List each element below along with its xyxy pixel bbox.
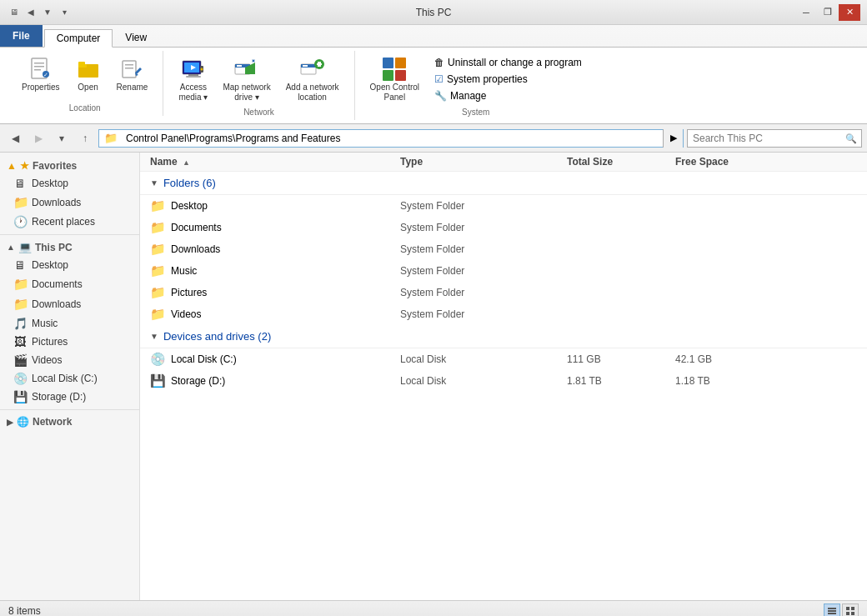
folder-icon-desktop: 📁 — [150, 198, 166, 213]
open-control-panel-button[interactable]: Open ControlPanel — [365, 54, 424, 104]
sidebar-item-videos[interactable]: 🎬 Videos — [0, 351, 139, 369]
sidebar-header-thispc[interactable]: ▲ 💻 This PC — [0, 238, 139, 256]
svg-point-18 — [200, 68, 203, 71]
details-view-button[interactable] — [824, 603, 840, 617]
search-input[interactable] — [687, 129, 862, 148]
svg-rect-36 — [846, 607, 849, 610]
tab-computer[interactable]: Computer — [44, 29, 113, 48]
file-free-local-disk-c: 42.1 GB — [675, 353, 784, 365]
open-button[interactable]: Open — [70, 54, 107, 100]
forward-button[interactable]: ▶ — [28, 128, 48, 148]
close-button[interactable]: ✕ — [839, 4, 860, 21]
system-small-items: 🗑 Uninstall or change a program ☑ System… — [429, 54, 587, 104]
col-header-total[interactable]: Total Size — [567, 156, 675, 168]
status-bar: 8 items — [0, 600, 867, 616]
drives-section-header[interactable]: ▼ Devices and drives (2) — [140, 325, 867, 348]
folders-section-header[interactable]: ▼ Folders (6) — [140, 172, 867, 195]
map-network-button[interactable]: Map networkdrive ▾ — [218, 54, 275, 104]
large-icons-view-button[interactable] — [842, 603, 859, 617]
address-input[interactable] — [123, 130, 663, 147]
properties-button[interactable]: ✓ Properties — [17, 54, 65, 100]
sidebar-item-storage-d[interactable]: 💾 Storage (D:) — [0, 388, 139, 406]
col-name-label: Name — [150, 156, 178, 168]
documents-icon: 📁 — [13, 277, 27, 292]
col-header-type[interactable]: Type — [400, 156, 567, 168]
restore-button[interactable]: ❐ — [817, 4, 839, 21]
ribbon-tabs: File Computer View — [0, 25, 867, 47]
table-row[interactable]: 📁 Videos System Folder — [140, 303, 867, 325]
column-headers: Name ▲ Type Total Size Free Space — [140, 153, 867, 172]
sidebar-item-desktop2[interactable]: 🖥 Desktop — [0, 256, 139, 274]
sidebar-header-favorites[interactable]: ▲ ★ Favorites — [0, 158, 139, 174]
downloads2-icon: 📁 — [13, 297, 27, 312]
tab-file[interactable]: File — [0, 25, 43, 47]
sidebar-item-pictures[interactable]: 🖼 Pictures — [0, 333, 139, 351]
svg-rect-9 — [123, 61, 136, 78]
tab-view[interactable]: View — [113, 28, 159, 47]
sidebar-item-downloads[interactable]: 📁 Downloads — [0, 193, 139, 213]
sidebar-item-music[interactable]: 🎵 Music — [0, 314, 139, 333]
recent-label: Recent places — [32, 216, 95, 228]
file-label-music: Music — [171, 265, 197, 277]
file-type-music: System Folder — [400, 265, 567, 277]
uninstall-button[interactable]: 🗑 Uninstall or change a program — [429, 55, 587, 70]
quick-forward[interactable]: ▼ — [40, 5, 55, 20]
ribbon-system-items: Open ControlPanel 🗑 Uninstall or change … — [365, 54, 587, 104]
map-network-icon — [233, 56, 260, 83]
svg-rect-28 — [317, 63, 322, 65]
address-folder-icon: 📁 — [99, 132, 123, 144]
network-expand-icon: ▶ — [7, 418, 13, 427]
folders-chevron: ▼ — [150, 178, 158, 188]
sidebar-section-thispc: ▲ 💻 This PC 🖥 Desktop 📁 Documents 📁 Down… — [0, 238, 139, 406]
window-title: This PC — [72, 7, 795, 18]
ribbon-content: ✓ Properties Open — [0, 47, 867, 123]
file-type-videos: System Folder — [400, 308, 567, 320]
table-row[interactable]: 📁 Downloads System Folder — [140, 238, 867, 260]
rename-button[interactable]: Rename — [112, 54, 153, 100]
app-icon: 🖥 — [7, 5, 22, 20]
file-total-storage-d: 1.81 TB — [567, 375, 675, 387]
access-media-label: Accessmedia ▾ — [178, 83, 208, 103]
address-go-button[interactable]: ▶ — [663, 129, 683, 148]
up-button[interactable]: ↑ — [75, 128, 95, 148]
table-row[interactable]: 📁 Pictures System Folder — [140, 282, 867, 303]
back-button[interactable]: ◀ — [5, 128, 25, 148]
system-props-button[interactable]: ☑ System properties — [429, 72, 587, 87]
svg-rect-8 — [78, 62, 85, 66]
properties-icon: ✓ — [28, 56, 54, 83]
sidebar-item-downloads2[interactable]: 📁 Downloads — [0, 294, 139, 314]
sidebar-item-documents[interactable]: 📁 Documents — [0, 274, 139, 294]
table-row[interactable]: 💿 Local Disk (C:) Local Disk 111 GB 42.1… — [140, 348, 867, 370]
table-row[interactable]: 💾 Storage (D:) Local Disk 1.81 TB 1.18 T… — [140, 370, 867, 392]
add-network-button[interactable]: Add a networklocation — [281, 54, 344, 104]
search-wrapper: 🔍 — [687, 129, 862, 148]
col-header-name[interactable]: Name ▲ — [150, 156, 400, 168]
table-row[interactable]: 📁 Desktop System Folder — [140, 195, 867, 217]
ribbon-location-items: ✓ Properties Open — [17, 54, 153, 100]
recent-button[interactable]: ▾ — [52, 128, 72, 148]
sidebar-header-network[interactable]: ▶ 🌐 Network — [0, 413, 139, 430]
recent-icon: 🕐 — [13, 215, 27, 228]
svg-rect-1 — [34, 63, 44, 64]
quick-dropdown[interactable]: ▾ — [57, 5, 72, 20]
file-type-desktop: System Folder — [400, 200, 567, 212]
star-icon: ★ — [20, 160, 29, 172]
access-media-icon — [180, 56, 207, 83]
map-network-label: Map networkdrive ▾ — [223, 83, 270, 103]
quick-back[interactable]: ◀ — [23, 5, 38, 20]
manage-button[interactable]: 🔧 Manage — [429, 88, 587, 103]
file-name-downloads: 📁 Downloads — [150, 242, 400, 257]
sidebar-item-local-disk-c[interactable]: 💿 Local Disk (C:) — [0, 369, 139, 388]
access-media-button[interactable]: Accessmedia ▾ — [173, 54, 213, 104]
col-header-free[interactable]: Free Space — [675, 156, 784, 168]
sidebar-item-desktop[interactable]: 🖥 Desktop — [0, 174, 139, 193]
table-row[interactable]: 📁 Documents System Folder — [140, 217, 867, 238]
title-bar-left: 🖥 ◀ ▼ ▾ — [7, 5, 72, 20]
svg-point-22 — [252, 59, 255, 63]
thispc-expand-icon: ▲ — [7, 243, 15, 252]
minimize-button[interactable]: ─ — [795, 4, 817, 21]
sidebar-item-recent[interactable]: 🕐 Recent places — [0, 213, 139, 231]
table-row[interactable]: 📁 Music System Folder — [140, 260, 867, 282]
drive-c-icon: 💿 — [150, 352, 166, 367]
window-controls: ─ ❐ ✕ — [795, 4, 860, 21]
